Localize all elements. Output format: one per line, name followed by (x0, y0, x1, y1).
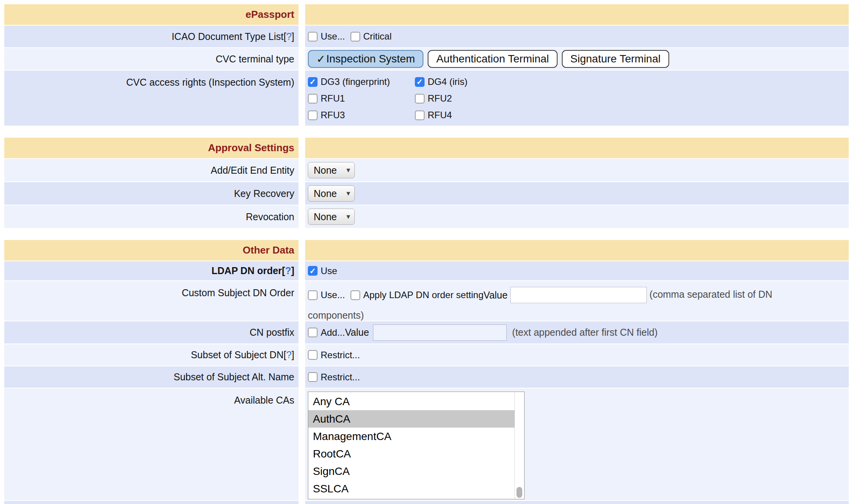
listbox-options: Any CA AuthCA ManagementCA RootCA SignCA… (308, 392, 515, 499)
row-label-cell: Available CAs (4, 388, 299, 500)
button-label: Signature Terminal (570, 53, 661, 65)
row-content-cell: Use (305, 261, 849, 280)
rfu1-checkbox[interactable] (308, 94, 318, 104)
ca-option-any-ca[interactable]: Any CA (308, 393, 515, 410)
header-content-cell (305, 240, 849, 261)
ca-option-sslca[interactable]: SSLCA (308, 480, 515, 497)
header-content-cell (305, 4, 849, 25)
row-subset-of-subject-dn: Subset of Subject DN? Restrict... (4, 344, 849, 366)
row-cn-postfix: CN postfix Add... Value (text appended a… (4, 321, 849, 343)
cn-postfix-value-input[interactable] (373, 324, 507, 341)
section-other-data: Other Data LDAP DN order? Use Custom Sub… (4, 240, 849, 504)
row-icao-document-type-list: ICAO Document Type List? Use... Critical (4, 26, 849, 47)
ldap-dn-order-use-checkbox[interactable] (308, 266, 318, 276)
rfu3-checkbox-group[interactable]: RFU3 (308, 109, 415, 121)
row-custom-subject-dn-order: Custom Subject DN Order Use...Apply LDAP… (4, 281, 849, 321)
ldap-label-text: LDAP DN order (212, 265, 282, 276)
row-cvc-access-rights: CVC access rights (Inspection System) DG… (4, 71, 849, 126)
cvc-access-rights-label: CVC access rights (Inspection System) (126, 77, 294, 88)
custom-dn-use-checkbox-group[interactable]: Use... (308, 285, 345, 305)
cn-postfix-add-checkbox[interactable] (308, 328, 318, 337)
ca-option-signca[interactable]: SignCA (308, 463, 515, 480)
header-label-cell: Approval Settings (4, 138, 299, 158)
icao-use-checkbox-group[interactable]: Use... (308, 31, 345, 42)
dg4-checkbox[interactable] (415, 77, 425, 87)
dg3-checkbox[interactable] (308, 77, 318, 87)
custom-dn-use-label: Use... (321, 285, 345, 305)
custom-dn-value-input[interactable] (510, 287, 647, 303)
add-edit-end-entity-select[interactable]: None (308, 162, 355, 178)
custom-dn-apply-checkbox[interactable] (351, 290, 360, 300)
row-content-cell: None (305, 205, 849, 228)
icao-help-link[interactable]: ? (283, 31, 294, 42)
custom-dn-apply-checkbox-group[interactable]: Apply LDAP DN order setting (351, 285, 483, 305)
ldap-dn-order-help-link[interactable]: ? (282, 265, 294, 276)
subset-subject-alt-name-restrict-checkbox-group[interactable]: Restrict... (308, 372, 360, 383)
ldap-dn-order-use-checkbox-group[interactable]: Use (308, 266, 337, 276)
dg3-checkbox-group[interactable]: DG3 (fingerprint) (308, 76, 415, 88)
cvc-terminal-inspection-system-button[interactable]: ✓ Inspection System (308, 50, 423, 68)
rfu2-checkbox-group[interactable]: RFU2 (415, 93, 849, 104)
rfu3-checkbox[interactable] (308, 110, 318, 120)
header-label-cell: ePassport (4, 4, 299, 25)
row-label-cell: CN postfix (4, 321, 299, 343)
button-label: Authentication Terminal (436, 53, 549, 65)
row-content-cell (305, 501, 849, 504)
rfu4-label: RFU4 (428, 110, 452, 121)
available-cas-label: Available CAs (234, 395, 294, 406)
cn-postfix-hint: (text appended after first CN field) (512, 327, 658, 338)
icao-critical-checkbox-group[interactable]: Critical (351, 31, 392, 42)
button-label: Inspection System (326, 53, 415, 65)
cn-postfix-value-label: Value (345, 327, 369, 338)
subset-subject-dn-restrict-checkbox[interactable] (308, 350, 318, 360)
cvc-terminal-authentication-terminal-button[interactable]: Authentication Terminal (428, 50, 558, 68)
rfu4-checkbox-group[interactable]: RFU4 (415, 109, 849, 121)
icao-use-label: Use... (321, 31, 345, 42)
icao-critical-checkbox[interactable] (351, 32, 360, 41)
row-content-cell: Add... Value (text appended after first … (305, 321, 849, 343)
cn-postfix-add-checkbox-group[interactable]: Add... (308, 327, 345, 338)
row-add-edit-end-entity: Add/Edit End Entity None (4, 159, 849, 181)
section-header-epassport: ePassport (4, 4, 849, 25)
select-value: None (314, 211, 337, 223)
available-cas-listbox[interactable]: Any CA AuthCA ManagementCA RootCA SignCA… (308, 392, 525, 499)
rfu3-label: RFU3 (321, 110, 345, 121)
ca-option-managementca[interactable]: ManagementCA (308, 428, 515, 445)
row-label-cell: LDAP DN order? (4, 261, 299, 280)
subset-dn-help-link[interactable]: ? (283, 349, 294, 360)
icao-document-type-list-label: ICAO Document Type List? (172, 31, 294, 42)
dg4-checkbox-group[interactable]: DG4 (iris) (415, 76, 849, 88)
rfu1-checkbox-group[interactable]: RFU1 (308, 93, 415, 104)
section-title-epassport: ePassport (245, 9, 294, 21)
subset-subject-dn-restrict-checkbox-group[interactable]: Restrict... (308, 350, 360, 361)
row-subset-of-subject-alt-name: Subset of Subject Alt. Name Restrict... (4, 366, 849, 388)
row-label-cell: Add/Edit End Entity (4, 159, 299, 181)
scrollbar-thumb[interactable] (516, 487, 522, 498)
cvc-terminal-signature-terminal-button[interactable]: Signature Terminal (562, 50, 669, 68)
ldap-dn-order-label: LDAP DN order? (212, 265, 294, 276)
rfu4-checkbox[interactable] (415, 110, 425, 120)
section-title-approval-settings: Approval Settings (208, 142, 294, 154)
revocation-select[interactable]: None (308, 209, 355, 225)
ca-option-rootca[interactable]: RootCA (308, 445, 515, 463)
icao-use-checkbox[interactable] (308, 32, 318, 41)
add-edit-end-entity-label: Add/Edit End Entity (211, 165, 294, 176)
section-header-approval-settings: Approval Settings (4, 138, 849, 158)
ca-option-authca[interactable]: AuthCA (308, 410, 515, 428)
rfu2-checkbox[interactable] (415, 94, 425, 104)
key-recovery-select[interactable]: None (308, 185, 355, 202)
row-label-cell: ICAO Document Type List? (4, 26, 299, 47)
rfu2-label: RFU2 (428, 93, 452, 104)
listbox-scrollbar[interactable] (515, 392, 524, 499)
section-header-other-data: Other Data (4, 240, 849, 261)
row-content-cell: Use... Critical (305, 26, 849, 47)
partially-visible-next-row (4, 501, 849, 504)
row-label-cell: Custom Subject DN Order (4, 281, 299, 321)
select-value: None (314, 165, 337, 176)
subset-subject-alt-name-restrict-checkbox[interactable] (308, 372, 318, 382)
subset-of-subject-alt-name-label: Subset of Subject Alt. Name (174, 371, 294, 383)
subset-dn-label-text: Subset of Subject DN (191, 349, 283, 360)
custom-dn-use-checkbox[interactable] (308, 290, 318, 300)
certificate-profile-form: ePassport ICAO Document Type List? Use..… (0, 0, 853, 504)
row-label-cell: Subset of Subject Alt. Name (4, 366, 299, 388)
